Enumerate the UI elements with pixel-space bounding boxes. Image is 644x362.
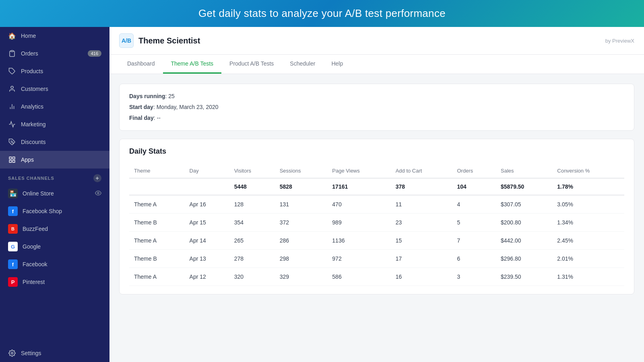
start-day-line: Start day: Monday, March 23, 2020: [129, 103, 624, 111]
channel-label: Google: [23, 243, 41, 250]
tab-dashboard[interactable]: Dashboard: [119, 55, 163, 74]
by-preview-text: by PreviewX: [605, 38, 634, 44]
table-body: 5448 5828 17161 378 104 $5879.50 1.78% T…: [129, 178, 624, 286]
header-row: Theme Day Visitors Sessions Page Views A…: [129, 164, 624, 178]
table-row: Theme AApr 142652861136157$442.002.45%: [129, 232, 624, 250]
content-area: A/B Theme Scientist by PreviewX Dashboar…: [109, 27, 644, 362]
table-row: Theme AApr 12320329586163$239.501.31%: [129, 268, 624, 286]
google-icon: G: [8, 242, 18, 251]
sidebar-item-orders[interactable]: Orders 416: [0, 45, 109, 62]
final-day-line: Final day: --: [129, 114, 624, 122]
table-row: Theme AApr 16128131470114$307.053.05%: [129, 195, 624, 214]
svg-rect-0: [11, 51, 13, 52]
orders-icon: [8, 49, 16, 58]
sidebar-item-buzzfeed[interactable]: B BuzzFeed: [0, 220, 109, 238]
col-sessions: Sessions: [275, 164, 328, 178]
svg-rect-11: [9, 160, 11, 162]
svg-point-7: [13, 143, 14, 144]
sidebar-item-label: Customers: [21, 86, 48, 92]
svg-rect-10: [13, 157, 15, 159]
col-orders: Orders: [452, 164, 496, 178]
tab-help[interactable]: Help: [323, 55, 351, 74]
final-day-label: Final day: [129, 115, 154, 121]
home-icon: 🏠: [8, 32, 16, 40]
channel-label: Online Store: [23, 190, 54, 197]
channel-label: BuzzFeed: [23, 226, 48, 232]
col-day: Day: [185, 164, 229, 178]
sidebar-item-apps[interactable]: Apps: [0, 151, 109, 169]
pinterest-icon: P: [8, 277, 18, 287]
col-add-to-cart: Add to Cart: [391, 164, 452, 178]
total-add-to-cart: 378: [391, 178, 452, 195]
customers-icon: [8, 85, 16, 93]
svg-point-2: [11, 86, 13, 88]
sidebar-item-label: Home: [21, 33, 36, 39]
sidebar-item-customers[interactable]: Customers: [0, 80, 109, 98]
sidebar-item-facebook-shop[interactable]: f Facebook Shop: [0, 202, 109, 220]
sidebar-item-marketing[interactable]: Marketing: [0, 115, 109, 133]
table-header: Theme Day Visitors Sessions Page Views A…: [129, 164, 624, 178]
app-logo: A/B: [119, 33, 134, 48]
days-running-line: Days running: 25: [129, 92, 624, 101]
svg-rect-9: [9, 157, 11, 159]
sidebar-item-home[interactable]: 🏠 Home: [0, 27, 109, 45]
sidebar-item-label: Apps: [21, 156, 34, 163]
col-visitors: Visitors: [229, 164, 275, 178]
apps-icon: [8, 156, 16, 164]
col-sales: Sales: [496, 164, 552, 178]
app-title-group: A/B Theme Scientist: [119, 33, 200, 48]
daily-stats-title: Daily Stats: [129, 147, 624, 156]
start-day-label: Start day: [129, 104, 153, 110]
marketing-icon: [8, 120, 16, 128]
add-channel-button[interactable]: +: [93, 174, 101, 182]
online-store-icon: 🏪: [8, 189, 18, 198]
sidebar-item-facebook[interactable]: f Facebook: [0, 255, 109, 273]
final-day-value: --: [157, 115, 160, 121]
start-day-value: Monday, March 23, 2020: [157, 104, 219, 110]
channel-label: Facebook: [23, 261, 47, 267]
svg-point-6: [11, 141, 12, 142]
top-banner: Get daily stats to analyze your A/B test…: [0, 0, 644, 27]
channel-label: Pinterest: [23, 279, 45, 285]
sidebar-item-pinterest[interactable]: P Pinterest: [0, 273, 109, 291]
discounts-icon: [8, 138, 16, 146]
total-orders: 104: [452, 178, 496, 195]
table-row: Theme BApr 13278298972176$296.802.01%: [129, 250, 624, 268]
analytics-icon: [8, 103, 16, 111]
table-row: Theme BApr 15354372989235$200.801.34%: [129, 214, 624, 232]
facebook-shop-icon: f: [8, 206, 18, 216]
sales-channels-label: SALES CHANNELS: [8, 176, 54, 181]
channel-label: Facebook Shop: [23, 208, 62, 214]
settings-label: Settings: [21, 350, 41, 356]
total-page-views: 17161: [327, 178, 390, 195]
sidebar-item-label: Analytics: [21, 103, 43, 110]
svg-point-13: [97, 192, 99, 194]
totals-row: 5448 5828 17161 378 104 $5879.50 1.78%: [129, 178, 624, 195]
sidebar-item-label: Products: [21, 68, 43, 74]
daily-stats-table: Theme Day Visitors Sessions Page Views A…: [129, 164, 624, 286]
sidebar: 🏠 Home Orders 416 Products Customers: [0, 27, 109, 362]
test-info-card: Days running: 25 Start day: Monday, Marc…: [119, 84, 634, 131]
sidebar-item-discounts[interactable]: Discounts: [0, 133, 109, 151]
svg-rect-12: [13, 160, 15, 162]
main-content: Days running: 25 Start day: Monday, Marc…: [109, 74, 644, 362]
buzzfeed-icon: B: [8, 224, 18, 234]
sidebar-item-settings[interactable]: Settings: [0, 344, 109, 362]
sidebar-item-products[interactable]: Products: [0, 62, 109, 80]
total-visitors: 5448: [229, 178, 275, 195]
days-running-value: 25: [168, 93, 175, 99]
eye-icon[interactable]: [95, 190, 101, 197]
sidebar-item-google[interactable]: G Google: [0, 238, 109, 255]
tab-product-ab-tests[interactable]: Product A/B Tests: [221, 55, 282, 74]
products-icon: [8, 67, 16, 75]
sidebar-item-analytics[interactable]: Analytics: [0, 98, 109, 115]
facebook-icon: f: [8, 259, 18, 269]
total-sales: $5879.50: [496, 178, 552, 195]
daily-stats-card: Daily Stats Theme Day Visitors Sessions …: [119, 139, 634, 294]
sidebar-item-online-store[interactable]: 🏪 Online Store: [0, 185, 109, 202]
app-title: Theme Scientist: [138, 36, 200, 45]
orders-badge: 416: [88, 50, 101, 57]
tab-theme-ab-tests[interactable]: Theme A/B Tests: [163, 55, 222, 74]
tab-scheduler[interactable]: Scheduler: [282, 55, 323, 74]
total-conversion: 1.78%: [552, 178, 624, 195]
